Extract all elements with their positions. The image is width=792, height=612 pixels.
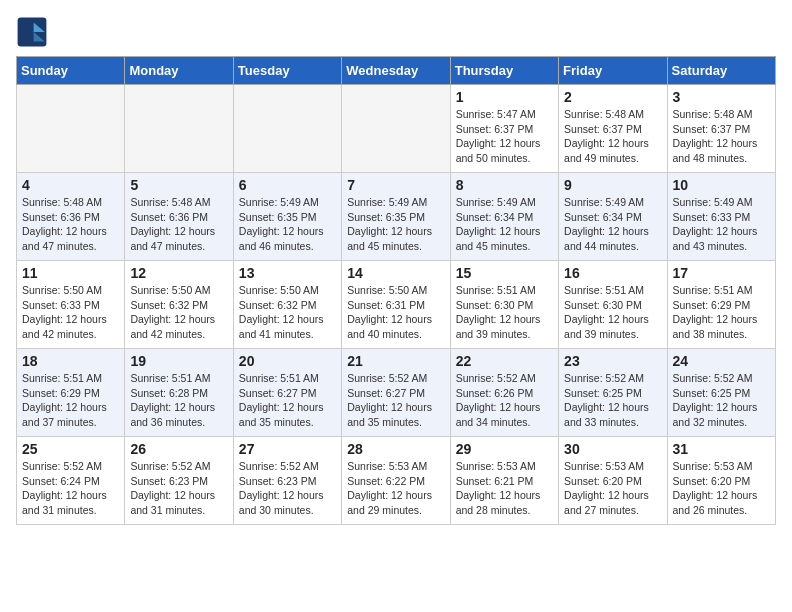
day-number: 28 [347,441,444,457]
day-info: Sunrise: 5:48 AMSunset: 6:37 PMDaylight:… [564,107,661,166]
day-info: Sunrise: 5:49 AMSunset: 6:35 PMDaylight:… [239,195,336,254]
day-number: 23 [564,353,661,369]
day-info: Sunrise: 5:52 AMSunset: 6:27 PMDaylight:… [347,371,444,430]
day-number: 21 [347,353,444,369]
day-cell: 29Sunrise: 5:53 AMSunset: 6:21 PMDayligh… [450,437,558,525]
day-cell: 25Sunrise: 5:52 AMSunset: 6:24 PMDayligh… [17,437,125,525]
day-info: Sunrise: 5:50 AMSunset: 6:33 PMDaylight:… [22,283,119,342]
day-info: Sunrise: 5:49 AMSunset: 6:35 PMDaylight:… [347,195,444,254]
day-cell: 26Sunrise: 5:52 AMSunset: 6:23 PMDayligh… [125,437,233,525]
day-info: Sunrise: 5:52 AMSunset: 6:23 PMDaylight:… [239,459,336,518]
week-row-5: 25Sunrise: 5:52 AMSunset: 6:24 PMDayligh… [17,437,776,525]
day-cell: 14Sunrise: 5:50 AMSunset: 6:31 PMDayligh… [342,261,450,349]
header-thursday: Thursday [450,57,558,85]
day-number: 1 [456,89,553,105]
day-number: 7 [347,177,444,193]
header-sunday: Sunday [17,57,125,85]
day-cell: 4Sunrise: 5:48 AMSunset: 6:36 PMDaylight… [17,173,125,261]
day-info: Sunrise: 5:52 AMSunset: 6:26 PMDaylight:… [456,371,553,430]
page-header [16,16,776,48]
day-cell [233,85,341,173]
day-number: 5 [130,177,227,193]
day-cell: 3Sunrise: 5:48 AMSunset: 6:37 PMDaylight… [667,85,775,173]
day-info: Sunrise: 5:49 AMSunset: 6:34 PMDaylight:… [564,195,661,254]
day-number: 10 [673,177,770,193]
day-cell: 27Sunrise: 5:52 AMSunset: 6:23 PMDayligh… [233,437,341,525]
day-info: Sunrise: 5:52 AMSunset: 6:23 PMDaylight:… [130,459,227,518]
day-cell: 20Sunrise: 5:51 AMSunset: 6:27 PMDayligh… [233,349,341,437]
day-cell: 2Sunrise: 5:48 AMSunset: 6:37 PMDaylight… [559,85,667,173]
day-info: Sunrise: 5:51 AMSunset: 6:29 PMDaylight:… [673,283,770,342]
day-number: 3 [673,89,770,105]
day-number: 14 [347,265,444,281]
day-cell: 23Sunrise: 5:52 AMSunset: 6:25 PMDayligh… [559,349,667,437]
day-cell: 24Sunrise: 5:52 AMSunset: 6:25 PMDayligh… [667,349,775,437]
day-number: 15 [456,265,553,281]
day-cell: 5Sunrise: 5:48 AMSunset: 6:36 PMDaylight… [125,173,233,261]
day-info: Sunrise: 5:49 AMSunset: 6:34 PMDaylight:… [456,195,553,254]
day-cell: 10Sunrise: 5:49 AMSunset: 6:33 PMDayligh… [667,173,775,261]
day-info: Sunrise: 5:50 AMSunset: 6:32 PMDaylight:… [130,283,227,342]
day-number: 24 [673,353,770,369]
day-number: 29 [456,441,553,457]
day-info: Sunrise: 5:52 AMSunset: 6:25 PMDaylight:… [564,371,661,430]
day-cell: 6Sunrise: 5:49 AMSunset: 6:35 PMDaylight… [233,173,341,261]
day-cell: 22Sunrise: 5:52 AMSunset: 6:26 PMDayligh… [450,349,558,437]
day-cell: 12Sunrise: 5:50 AMSunset: 6:32 PMDayligh… [125,261,233,349]
day-info: Sunrise: 5:48 AMSunset: 6:36 PMDaylight:… [130,195,227,254]
day-number: 9 [564,177,661,193]
week-row-2: 4Sunrise: 5:48 AMSunset: 6:36 PMDaylight… [17,173,776,261]
header-monday: Monday [125,57,233,85]
day-number: 12 [130,265,227,281]
day-cell [125,85,233,173]
day-cell [17,85,125,173]
day-info: Sunrise: 5:51 AMSunset: 6:29 PMDaylight:… [22,371,119,430]
header-friday: Friday [559,57,667,85]
logo [16,16,52,48]
day-info: Sunrise: 5:49 AMSunset: 6:33 PMDaylight:… [673,195,770,254]
day-number: 30 [564,441,661,457]
day-cell: 13Sunrise: 5:50 AMSunset: 6:32 PMDayligh… [233,261,341,349]
day-info: Sunrise: 5:53 AMSunset: 6:20 PMDaylight:… [564,459,661,518]
day-cell: 19Sunrise: 5:51 AMSunset: 6:28 PMDayligh… [125,349,233,437]
day-number: 20 [239,353,336,369]
day-cell: 15Sunrise: 5:51 AMSunset: 6:30 PMDayligh… [450,261,558,349]
day-cell: 30Sunrise: 5:53 AMSunset: 6:20 PMDayligh… [559,437,667,525]
day-number: 2 [564,89,661,105]
day-number: 19 [130,353,227,369]
day-cell: 9Sunrise: 5:49 AMSunset: 6:34 PMDaylight… [559,173,667,261]
day-cell: 16Sunrise: 5:51 AMSunset: 6:30 PMDayligh… [559,261,667,349]
week-row-3: 11Sunrise: 5:50 AMSunset: 6:33 PMDayligh… [17,261,776,349]
day-cell [342,85,450,173]
day-info: Sunrise: 5:48 AMSunset: 6:37 PMDaylight:… [673,107,770,166]
day-number: 6 [239,177,336,193]
day-info: Sunrise: 5:50 AMSunset: 6:32 PMDaylight:… [239,283,336,342]
day-info: Sunrise: 5:47 AMSunset: 6:37 PMDaylight:… [456,107,553,166]
day-number: 16 [564,265,661,281]
day-info: Sunrise: 5:51 AMSunset: 6:30 PMDaylight:… [456,283,553,342]
day-info: Sunrise: 5:48 AMSunset: 6:36 PMDaylight:… [22,195,119,254]
calendar-table: SundayMondayTuesdayWednesdayThursdayFrid… [16,56,776,525]
day-info: Sunrise: 5:53 AMSunset: 6:21 PMDaylight:… [456,459,553,518]
day-number: 11 [22,265,119,281]
day-info: Sunrise: 5:50 AMSunset: 6:31 PMDaylight:… [347,283,444,342]
day-cell: 31Sunrise: 5:53 AMSunset: 6:20 PMDayligh… [667,437,775,525]
week-row-4: 18Sunrise: 5:51 AMSunset: 6:29 PMDayligh… [17,349,776,437]
day-cell: 11Sunrise: 5:50 AMSunset: 6:33 PMDayligh… [17,261,125,349]
header-tuesday: Tuesday [233,57,341,85]
day-number: 25 [22,441,119,457]
day-number: 17 [673,265,770,281]
day-cell: 17Sunrise: 5:51 AMSunset: 6:29 PMDayligh… [667,261,775,349]
day-info: Sunrise: 5:52 AMSunset: 6:25 PMDaylight:… [673,371,770,430]
day-number: 18 [22,353,119,369]
week-row-1: 1Sunrise: 5:47 AMSunset: 6:37 PMDaylight… [17,85,776,173]
day-info: Sunrise: 5:53 AMSunset: 6:22 PMDaylight:… [347,459,444,518]
header-saturday: Saturday [667,57,775,85]
day-number: 8 [456,177,553,193]
calendar-header-row: SundayMondayTuesdayWednesdayThursdayFrid… [17,57,776,85]
day-info: Sunrise: 5:51 AMSunset: 6:30 PMDaylight:… [564,283,661,342]
day-number: 27 [239,441,336,457]
day-number: 13 [239,265,336,281]
day-cell: 7Sunrise: 5:49 AMSunset: 6:35 PMDaylight… [342,173,450,261]
day-cell: 18Sunrise: 5:51 AMSunset: 6:29 PMDayligh… [17,349,125,437]
